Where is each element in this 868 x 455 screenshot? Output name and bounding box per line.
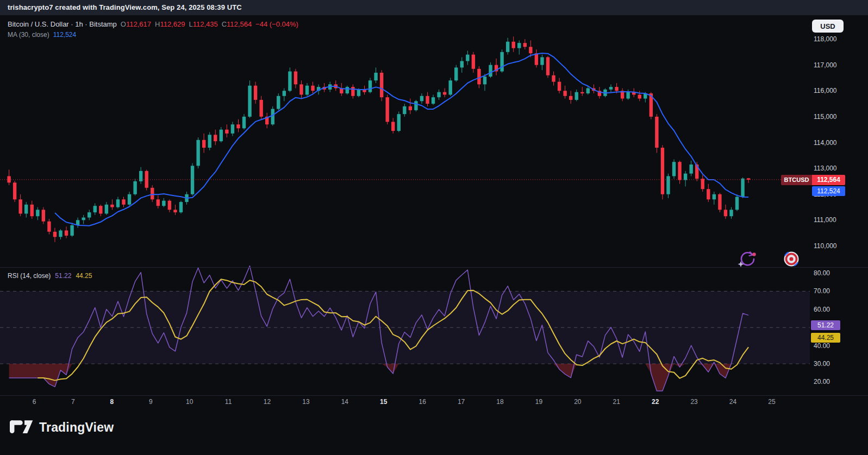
- price-tick: 110,000: [814, 242, 837, 250]
- rsi-tick: 60.00: [814, 306, 830, 313]
- price-tick: 115,000: [814, 113, 837, 121]
- symbol-badge: BTCUSD: [781, 175, 812, 185]
- price-tick: 118,000: [814, 35, 837, 43]
- time-tick: 8: [110, 398, 114, 406]
- price-tick: 117,000: [814, 61, 837, 69]
- open-label: O: [121, 20, 126, 28]
- rsi-value: 51.22: [55, 272, 71, 280]
- symbol-legend: Bitcoin / U.S. Dollar · 1h · BitstampO11…: [8, 20, 298, 28]
- rsi-tick: 20.00: [814, 378, 830, 386]
- rsi-tick: 30.00: [814, 360, 830, 368]
- close-label: C: [222, 20, 227, 28]
- time-tick: 14: [341, 398, 348, 406]
- ma-label: MA (30, close): [8, 31, 49, 39]
- tradingview-logo[interactable]: TradingView: [10, 419, 114, 435]
- price-tick: 111,000: [814, 216, 836, 224]
- currency-toggle-button[interactable]: USD: [812, 20, 844, 33]
- time-tick: 22: [652, 398, 659, 406]
- target-logo-icon: [783, 250, 800, 270]
- price-tick: 114,000: [814, 139, 837, 147]
- rsi-ma-value-badge: 44.25: [811, 333, 840, 343]
- high-value: 112,629: [160, 20, 185, 28]
- time-tick: 23: [690, 398, 697, 406]
- time-tick: 6: [33, 398, 36, 406]
- time-tick: 21: [613, 398, 620, 406]
- price-tick: 113,000: [814, 165, 837, 172]
- low-value: 112,435: [193, 20, 218, 28]
- last-price-label-row: BTCUSD 112,564: [781, 175, 845, 185]
- time-tick: 7: [71, 398, 75, 406]
- rsi-tick: 70.00: [814, 287, 830, 295]
- change-value: −44 (−0.04%): [255, 20, 298, 28]
- rsi-value-badge: 51.22: [811, 320, 840, 330]
- low-label: L: [189, 20, 192, 28]
- time-tick: 13: [302, 398, 309, 406]
- time-tick: 25: [768, 398, 775, 406]
- time-tick: 12: [264, 398, 271, 406]
- time-tick: 15: [380, 398, 387, 406]
- time-tick: 11: [225, 398, 232, 406]
- rsi-tick: 40.00: [814, 342, 830, 350]
- time-axis-separator: [0, 395, 868, 396]
- open-value: 112,617: [126, 20, 151, 28]
- high-label: H: [155, 20, 160, 28]
- ma-value: 112,524: [53, 31, 77, 39]
- time-tick: 9: [149, 398, 153, 406]
- candlestick-rsi-chart[interactable]: [0, 0, 868, 455]
- ma-legend: MA (30, close)112,524: [8, 31, 76, 39]
- rsi-legend: RSI (14, close)51.2244.25: [8, 272, 92, 280]
- time-tick: 20: [574, 398, 581, 406]
- close-value: 112,564: [227, 20, 252, 28]
- time-tick: 10: [186, 398, 193, 406]
- refresh-sparkle-icon[interactable]: [737, 250, 757, 270]
- time-tick: 24: [729, 398, 736, 406]
- tradingview-logo-icon: [10, 419, 34, 435]
- time-tick: 17: [458, 398, 465, 406]
- time-tick: 19: [535, 398, 542, 406]
- rsi-title: RSI (14, close): [8, 272, 51, 280]
- rsi-tick: 80.00: [814, 269, 830, 277]
- tradingview-published-chart: trishacrypto7 created with TradingView.c…: [0, 0, 868, 455]
- rsi-ma-value: 44.25: [76, 272, 92, 280]
- tradingview-logo-text: TradingView: [39, 420, 114, 435]
- time-tick: 16: [419, 398, 426, 406]
- time-tick: 18: [496, 398, 503, 406]
- symbol-title: Bitcoin / U.S. Dollar · 1h · Bitstamp: [8, 20, 117, 28]
- ma-value-badge: 112,524: [812, 186, 845, 196]
- price-tick: 116,000: [814, 87, 837, 94]
- last-price-badge: 112,564: [812, 175, 845, 185]
